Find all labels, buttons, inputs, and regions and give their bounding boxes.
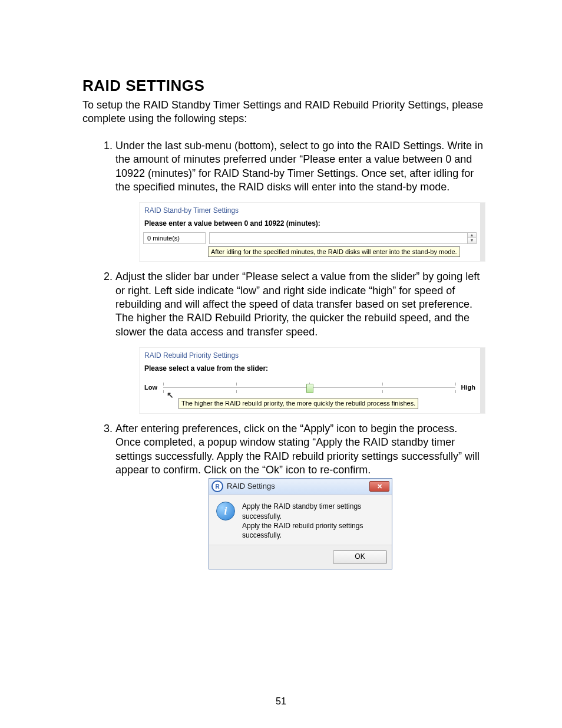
cursor-arrow-icon: ↖ <box>167 390 174 400</box>
page-heading: RAID SETTINGS <box>82 77 485 95</box>
close-button[interactable]: ✕ <box>369 481 389 492</box>
step-3: After entering preferences, click on the… <box>115 422 485 569</box>
dialog-message: Apply the RAID standby timer settings su… <box>242 502 385 540</box>
slider-thumb[interactable] <box>306 384 313 393</box>
step-1: Under the last sub-menu (bottom), select… <box>115 139 485 262</box>
rebuild-tooltip: The higher the RAID rebuild priority, th… <box>178 398 418 409</box>
rebuild-panel-title: RAID Rebuild Priority Settings <box>143 350 477 363</box>
step-2-text: Adjust the slider bar under “Please sele… <box>115 271 480 338</box>
spinner-down-icon[interactable]: ▼ <box>468 238 476 243</box>
standby-minutes-display: 0 minute(s) <box>143 232 206 244</box>
steps-list: Under the last sub-menu (bottom), select… <box>82 139 485 569</box>
spinner-up-icon[interactable]: ▲ <box>468 233 476 239</box>
rebuild-priority-slider[interactable]: ↖ <box>163 379 455 396</box>
slider-high-label: High <box>461 383 475 391</box>
standby-timer-screenshot: RAID Stand-by Timer Settings Please ente… <box>139 202 485 262</box>
dialog-title-text: RAID Settings <box>227 482 369 492</box>
step-3-text: After entering preferences, click on the… <box>115 423 480 476</box>
standby-tooltip: After idling for the specified minutes, … <box>208 246 460 257</box>
dialog-message-line2: Apply the RAID rebuild priority settings… <box>242 521 385 540</box>
rebuild-panel-label: Please select a value from the slider: <box>143 363 477 377</box>
intro-text: To setup the RAID Standby Timer Settings… <box>82 98 485 126</box>
step-1-text: Under the last sub-menu (bottom), select… <box>115 140 483 193</box>
dialog-message-line1: Apply the RAID standby timer settings su… <box>242 502 385 521</box>
step-2: Adjust the slider bar under “Please sele… <box>115 270 485 414</box>
app-icon: R <box>211 480 223 492</box>
standby-panel-label: Please enter a value between 0 and 10922… <box>143 218 477 232</box>
close-icon: ✕ <box>377 482 382 490</box>
slider-low-label: Low <box>144 383 157 391</box>
dialog-titlebar: R RAID Settings ✕ <box>209 479 392 495</box>
raid-settings-dialog: R RAID Settings ✕ i Apply the RAID stand… <box>209 478 392 569</box>
spinner-value <box>210 233 467 243</box>
rebuild-priority-screenshot: RAID Rebuild Priority Settings Please se… <box>139 347 485 414</box>
standby-panel-title: RAID Stand-by Timer Settings <box>143 205 477 218</box>
standby-minutes-spinner[interactable]: ▲ ▼ <box>209 232 477 244</box>
ok-button[interactable]: OK <box>333 550 387 564</box>
page-number: 51 <box>0 696 562 707</box>
info-icon: i <box>216 502 235 521</box>
